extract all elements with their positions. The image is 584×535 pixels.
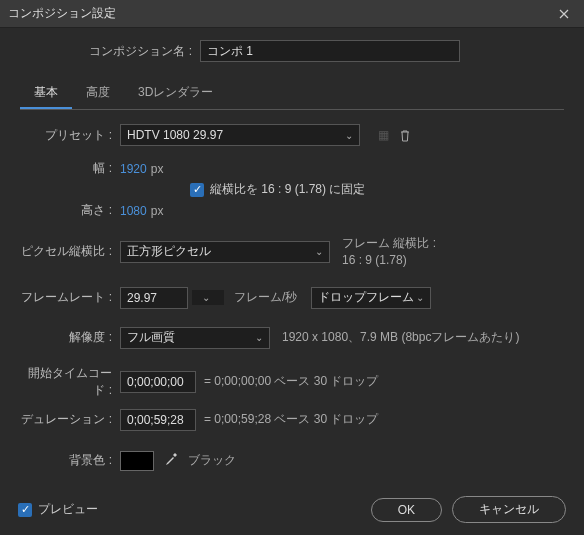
save-preset-icon[interactable]: ▦ (372, 124, 394, 146)
tab-bar: 基本 高度 3Dレンダラー (20, 78, 564, 110)
bgcolor-name: ブラック (188, 452, 236, 469)
tab-advanced[interactable]: 高度 (72, 78, 124, 109)
chevron-down-icon: ⌄ (255, 332, 263, 343)
chevron-down-icon: ⌄ (202, 292, 210, 303)
width-unit: px (151, 162, 164, 176)
pixel-aspect-select[interactable]: 正方形ピクセル ⌄ (120, 241, 330, 263)
footer: ✓ プレビュー OK キャンセル (18, 496, 566, 523)
eyedropper-icon[interactable] (164, 452, 178, 469)
start-tc-label: 開始タイムコード : (20, 365, 120, 399)
height-value[interactable]: 1080 (120, 204, 147, 218)
resolution-select[interactable]: フル画質 ⌄ (120, 327, 270, 349)
pixel-aspect-value: 正方形ピクセル (127, 243, 211, 260)
preset-value: HDTV 1080 29.97 (127, 128, 223, 142)
close-icon[interactable] (552, 4, 576, 24)
frame-aspect-info: フレーム 縦横比 : 16 : 9 (1.78) (342, 235, 436, 269)
comp-name-input[interactable] (200, 40, 460, 62)
resolution-value: フル画質 (127, 329, 175, 346)
titlebar: コンポジション設定 (0, 0, 584, 28)
duration-info: = 0;00;59;28 ベース 30 ドロップ (204, 411, 378, 428)
framerate-value: 29.97 (127, 291, 157, 305)
height-label: 高さ : (20, 202, 120, 219)
drop-select[interactable]: ドロップフレーム ⌄ (311, 287, 431, 309)
preview-checkbox[interactable]: ✓ (18, 503, 32, 517)
drop-value: ドロップフレーム (318, 289, 414, 306)
framerate-input[interactable]: 29.97 (120, 287, 188, 309)
tab-basic[interactable]: 基本 (20, 78, 72, 109)
trash-icon[interactable] (394, 124, 416, 146)
bgcolor-label: 背景色 : (20, 452, 120, 469)
bgcolor-swatch[interactable] (120, 451, 154, 471)
width-label: 幅 : (20, 160, 120, 177)
framerate-caret[interactable]: ⌄ (192, 290, 224, 305)
preset-label: プリセット : (20, 127, 120, 144)
cancel-button[interactable]: キャンセル (452, 496, 566, 523)
height-unit: px (151, 204, 164, 218)
duration-input[interactable] (120, 409, 196, 431)
lock-aspect-checkbox[interactable]: ✓ (190, 183, 204, 197)
chevron-down-icon: ⌄ (345, 130, 353, 141)
chevron-down-icon: ⌄ (315, 246, 323, 257)
resolution-info: 1920 x 1080、7.9 MB (8bpcフレームあたり) (282, 329, 519, 346)
window-title: コンポジション設定 (8, 5, 552, 22)
preview-label: プレビュー (38, 501, 98, 518)
preset-select[interactable]: HDTV 1080 29.97 ⌄ (120, 124, 360, 146)
start-tc-input[interactable] (120, 371, 196, 393)
pixel-aspect-label: ピクセル縦横比 : (20, 243, 120, 260)
framerate-label: フレームレート : (20, 289, 120, 306)
chevron-down-icon: ⌄ (416, 292, 424, 303)
framerate-unit: フレーム/秒 (234, 289, 297, 306)
ok-button[interactable]: OK (371, 498, 442, 522)
start-tc-info: = 0;00;00;00 ベース 30 ドロップ (204, 373, 378, 390)
comp-name-label: コンポジション名 : (20, 43, 200, 60)
resolution-label: 解像度 : (20, 329, 120, 346)
tab-renderer[interactable]: 3Dレンダラー (124, 78, 227, 109)
duration-label: デュレーション : (20, 411, 120, 428)
width-value[interactable]: 1920 (120, 162, 147, 176)
content: コンポジション名 : 基本 高度 3Dレンダラー プリセット : HDTV 10… (0, 28, 584, 489)
lock-aspect-label: 縦横比を 16 : 9 (1.78) に固定 (210, 181, 365, 198)
